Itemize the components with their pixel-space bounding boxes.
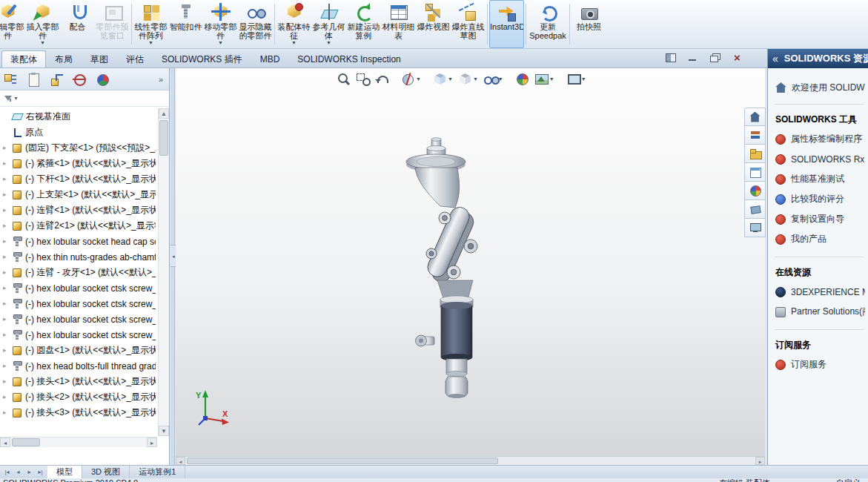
tab-evaluate[interactable]: 评估 <box>117 50 153 67</box>
design-library-tab[interactable] <box>744 126 766 145</box>
subscription-services-link[interactable]: 订阅服务 <box>775 354 865 374</box>
scroll-right-icon[interactable]: ▸ <box>147 438 157 447</box>
tree-item-component[interactable]: ▸ (-) hex thin nuts-grades ab-chamfere <box>0 249 169 265</box>
motion-study-tab[interactable]: 运动算例1 <box>130 466 185 478</box>
marketplace-link[interactable]: 3DEXPERIENCE Marketplace <box>775 282 865 302</box>
welcome-link[interactable]: 欢迎使用 SOLIDWORKS <box>775 79 865 96</box>
hide-show-items-button[interactable]: ▼ <box>482 71 505 87</box>
tree-item-component[interactable]: ▸ (-) 接头<3> (默认<<默认>_显示状态 1>) <box>0 405 169 420</box>
bill-of-materials-button[interactable]: 材料明细表 <box>381 0 416 48</box>
prev-tab-icon[interactable]: ◂ <box>13 469 23 475</box>
property-tab-builder-link[interactable]: 属性标签编制程序 <box>775 129 865 149</box>
linear-component-pattern-button[interactable]: 线性零部件阵列 ▼ <box>133 0 168 48</box>
tree-vertical-scrollbar[interactable]: ▲ ▼ <box>158 108 169 436</box>
tree-item-component[interactable]: ▸ (-) 接头<2> (默认<<默认>_显示状态 1>) <box>0 389 169 405</box>
reference-geometry-button[interactable]: 参考几何体 ▼ <box>311 0 346 48</box>
configurationmanager-tab-icon[interactable] <box>50 73 63 86</box>
restore-window-icon[interactable] <box>709 52 721 63</box>
tree-item-component[interactable]: ▸ (-) 连臂2<1> (默认<<默认>_显示状态 1>) <box>0 218 169 234</box>
zoom-to-area-button[interactable] <box>354 71 371 87</box>
tab-sketch[interactable]: 草图 <box>82 50 117 67</box>
move-component-button[interactable]: 移动零部件 ▼ <box>203 0 238 48</box>
expand-arrow-icon[interactable]: ▸ <box>3 377 11 386</box>
expand-arrow-icon[interactable]: ▸ <box>3 331 11 339</box>
tree-item-component[interactable]: ▸ (-) 下杆<1> (默认<<默认>_显示状态 1>) <box>0 171 169 187</box>
tree-item-component[interactable]: ▸ (-) 圆盘<1> (默认<<默认>_显示状态 1>) <box>0 343 169 358</box>
tree-horizontal-scrollbar[interactable]: ◂ ▸ <box>0 437 157 447</box>
panel-tabs-overflow-icon[interactable]: » <box>159 75 165 84</box>
take-snapshot-button[interactable]: 拍快照 <box>572 0 606 48</box>
assembly-features-button[interactable]: 装配体特征 ▼ <box>276 0 311 48</box>
expand-arrow-icon[interactable]: ▸ <box>3 346 11 354</box>
view-palette-tab[interactable] <box>744 163 766 182</box>
tree-item-component[interactable]: ▸ (-) 紧箍<1> (默认<<默认>_显示状态 1>) <box>0 156 169 171</box>
tree-item-origin[interactable]: 原点 <box>0 125 169 140</box>
displaymanager-tab-icon[interactable] <box>96 73 109 86</box>
scrollbar-thumb[interactable] <box>159 120 168 156</box>
expand-arrow-icon[interactable]: ▸ <box>3 300 11 308</box>
tab-solidworks-addins[interactable]: SOLIDWORKS 插件 <box>153 50 251 67</box>
previous-view-button[interactable] <box>374 71 391 87</box>
tree-item-component[interactable]: ▸ (-) 连臂<1> (默认<<默认>_显示状态 1>) <box>0 202 169 218</box>
instant3d-button[interactable]: Instant3D <box>489 0 524 48</box>
tab-layout[interactable]: 布局 <box>46 50 82 67</box>
minimize-window-icon[interactable] <box>686 52 699 63</box>
file-explorer-tab[interactable] <box>744 145 766 163</box>
featuremanager-tab-icon[interactable] <box>4 73 17 86</box>
scroll-up-icon[interactable]: ▲ <box>159 108 169 119</box>
expand-arrow-icon[interactable]: ▸ <box>3 206 11 214</box>
solidworks-resources-tab[interactable] <box>744 108 766 126</box>
tree-item-plane[interactable]: 右视基准面 <box>0 109 169 125</box>
solidworks-rx-link[interactable]: SOLIDWORKS Rx <box>775 149 865 169</box>
apply-scene-button[interactable]: ▼ <box>533 71 556 87</box>
graphics-viewport[interactable]: ▼ ▼ ▼ ▼ ▼ ▼ <box>176 68 765 456</box>
tab-solidworks-inspection[interactable]: SOLIDWORKS Inspection <box>288 50 409 67</box>
close-window-icon[interactable]: × <box>731 52 743 63</box>
expand-arrow-icon[interactable]: ▸ <box>3 393 11 401</box>
expand-arrow-icon[interactable]: ▸ <box>3 159 11 168</box>
expand-arrow-icon[interactable]: ▸ <box>3 284 11 292</box>
viewport-horizontal-scrollbar[interactable]: ◂ ▸ <box>176 456 765 465</box>
tree-item-component[interactable]: ▸ (-) 接头<1> (默认<<默认>_显示状态 1>) <box>0 374 169 389</box>
first-tab-icon[interactable]: |◂ <box>2 469 12 475</box>
expand-arrow-icon[interactable]: ▸ <box>3 315 11 323</box>
zoom-to-fit-button[interactable] <box>335 71 352 87</box>
tree-item-component[interactable]: ▸ (-) hex lobular socket ctsk screw_am <box>0 280 169 296</box>
my-products-link[interactable]: 我的产品 <box>775 229 865 249</box>
dock-window-icon[interactable] <box>664 52 677 63</box>
edit-appearance-button[interactable] <box>514 71 531 87</box>
mate-button[interactable]: 配合 <box>60 0 95 48</box>
compare-my-score-link[interactable]: 比较我的评分 <box>775 189 865 209</box>
view-settings-button[interactable]: ▼ <box>565 71 588 87</box>
scroll-left-icon[interactable]: ◂ <box>176 457 185 465</box>
update-speedpak-button[interactable]: 更新 Speedpak <box>528 0 568 48</box>
expand-arrow-icon[interactable]: ▸ <box>3 144 11 152</box>
insert-component-button[interactable]: 插入零部件 ▼ <box>25 0 60 48</box>
tree-item-component[interactable]: ▸ (-) 上支架<1> (默认<<默认>_显示状态 1>) <box>0 187 169 202</box>
custom-properties-tab[interactable] <box>744 200 766 219</box>
copy-settings-wizard-link[interactable]: 复制设置向导 <box>775 209 865 229</box>
display-style-button[interactable]: ▼ <box>457 71 480 87</box>
exploded-view-button[interactable]: 爆炸视图 <box>416 0 451 48</box>
new-motion-study-button[interactable]: 新建运动算例 <box>346 0 381 48</box>
expand-arrow-icon[interactable]: ▸ <box>3 175 11 183</box>
model-tab[interactable]: 模型 <box>47 466 82 478</box>
tree-item-component[interactable]: ▸ (-) hex lobular socket head cap screw <box>0 234 169 249</box>
scrollbar-thumb[interactable] <box>187 458 498 464</box>
scrollbar-thumb[interactable] <box>12 438 40 446</box>
expand-arrow-icon[interactable]: ▸ <box>3 222 11 230</box>
tree-item-component[interactable]: ▸ (-) hex lobular socket ctsk screw_am <box>0 296 169 311</box>
tab-mbd[interactable]: MBD <box>251 50 289 67</box>
component-preview-window-button[interactable]: 零部件预览窗口 <box>95 0 130 48</box>
show-hidden-components-button[interactable]: 显示隐藏的零部件 <box>238 0 273 48</box>
next-tab-icon[interactable]: ▸ <box>24 469 34 475</box>
chevron-down-icon[interactable]: ▼ <box>13 96 19 101</box>
dimxpertmanager-tab-icon[interactable] <box>73 73 86 86</box>
section-view-button[interactable]: ▼ <box>400 71 423 87</box>
tree-item-component[interactable]: ▸ (-) hex head bolts-full thread grade a <box>0 358 169 374</box>
tree-item-component[interactable]: ▸ (-) 连臂 - 攻牙<1> (默认<<默认>_显示 <box>0 265 169 280</box>
solidworks-forum-tab[interactable] <box>744 219 766 237</box>
partner-solutions-link[interactable]: Partner Solutions(商城) <box>775 302 865 322</box>
explode-line-sketch-button[interactable]: 爆炸直线草图 <box>451 0 486 48</box>
appearances-scenes-tab[interactable] <box>744 182 766 200</box>
